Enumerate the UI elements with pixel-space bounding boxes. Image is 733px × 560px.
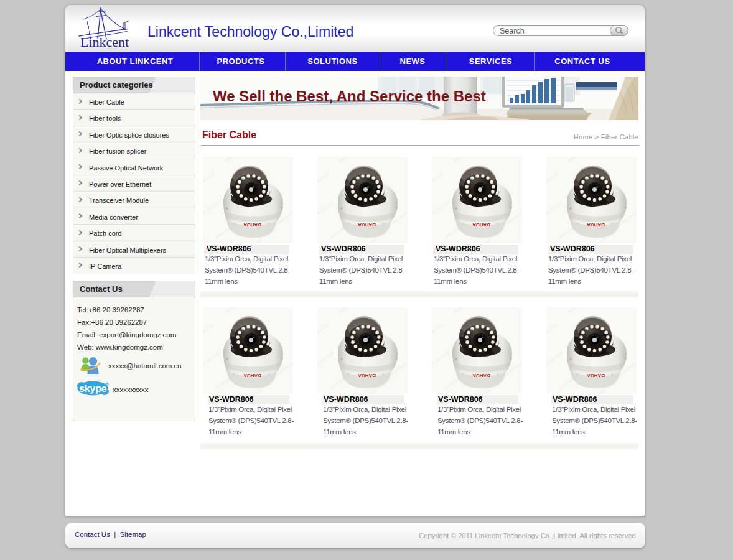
svg-text:R: R [106, 382, 108, 386]
svg-text:We Sell the Best, And Service: We Sell the Best, And Service the Best [213, 88, 486, 105]
svg-text:skype: skype [79, 383, 107, 394]
svg-text:Linkcent: Linkcent [80, 34, 129, 50]
